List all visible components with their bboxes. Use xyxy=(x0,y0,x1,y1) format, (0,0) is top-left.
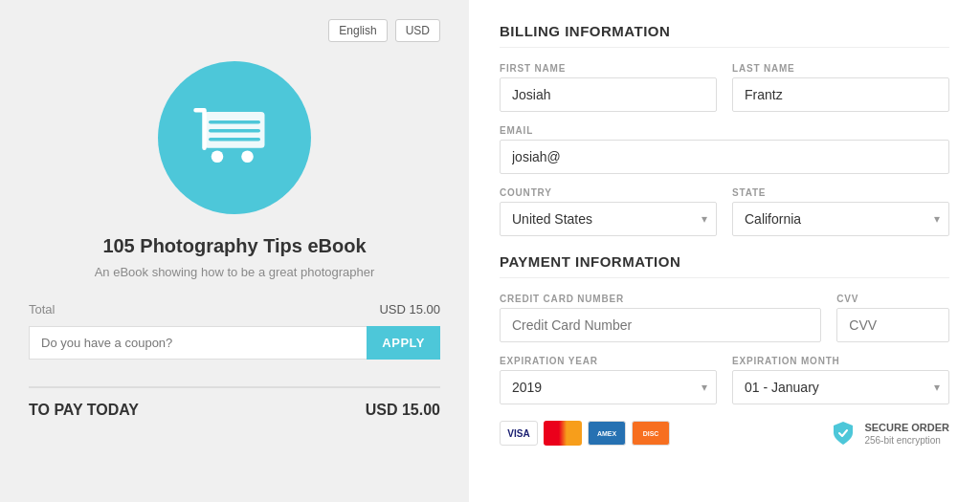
country-group: COUNTRY United States Canada United King… xyxy=(500,187,717,236)
product-title: 105 Photography Tips eBook xyxy=(102,235,366,257)
card-logos: VISA AMEX DISC xyxy=(500,421,670,446)
cc-number-group: CREDIT CARD NUMBER xyxy=(500,294,821,342)
svg-point-5 xyxy=(241,151,254,164)
first-name-group: FIRST NAME xyxy=(500,63,717,112)
secure-text-block: SECURE ORDER 256-bit encryption xyxy=(864,421,949,446)
expiry-row: EXPIRATION YEAR 2019 2020 2021 2022 EXPI… xyxy=(500,356,949,404)
state-select-wrapper: California New York Texas xyxy=(732,202,949,236)
payment-section-title: PAYMENT INFORMATION xyxy=(500,253,949,278)
country-state-row: COUNTRY United States Canada United King… xyxy=(500,187,949,236)
state-group: STATE California New York Texas xyxy=(732,187,949,236)
exp-year-group: EXPIRATION YEAR 2019 2020 2021 2022 xyxy=(500,356,717,404)
exp-month-label: EXPIRATION MONTH xyxy=(732,356,949,366)
country-select-wrapper: United States Canada United Kingdom xyxy=(500,202,717,236)
total-row: Total USD 15.00 xyxy=(29,302,440,316)
name-row: FIRST NAME LAST NAME xyxy=(500,63,949,112)
discover-logo: DISC xyxy=(632,421,670,446)
payment-section: PAYMENT INFORMATION CREDIT CARD NUMBER C… xyxy=(500,253,949,447)
last-name-label: LAST NAME xyxy=(732,63,949,74)
last-name-input[interactable] xyxy=(732,77,949,112)
total-label: Total xyxy=(29,302,55,316)
exp-year-select[interactable]: 2019 2020 2021 2022 xyxy=(500,370,717,404)
currency-button[interactable]: USD xyxy=(395,19,440,42)
cvv-group: CVV xyxy=(836,294,949,342)
cvv-label: CVV xyxy=(836,294,949,304)
coupon-row: APPLY xyxy=(29,326,440,360)
last-name-group: LAST NAME xyxy=(732,63,949,112)
apply-button[interactable]: APPLY xyxy=(367,326,440,360)
secure-order-label: SECURE ORDER xyxy=(864,421,949,435)
cart-icon xyxy=(191,95,278,181)
footer-row: VISA AMEX DISC SECURE ORDER 256-bit encr… xyxy=(500,420,949,447)
to-pay-amount: USD 15.00 xyxy=(366,402,440,419)
mastercard-logo xyxy=(544,421,582,446)
first-name-input[interactable] xyxy=(500,77,717,112)
left-panel: English USD 105 Photography Tips eBook A… xyxy=(0,0,469,502)
amex-logo: AMEX xyxy=(588,421,626,446)
language-button[interactable]: English xyxy=(328,19,387,42)
lang-currency-row: English USD xyxy=(328,19,440,42)
total-amount: USD 15.00 xyxy=(379,302,440,316)
cc-number-input[interactable] xyxy=(500,308,821,342)
right-panel: BILLING INFORMATION FIRST NAME LAST NAME… xyxy=(469,0,980,502)
cc-row: CREDIT CARD NUMBER CVV xyxy=(500,294,949,342)
email-input[interactable] xyxy=(500,140,949,174)
secure-order-sub: 256-bit encryption xyxy=(864,435,949,446)
to-pay-label: TO PAY TODAY xyxy=(29,402,139,419)
email-row: EMAIL xyxy=(500,125,949,174)
exp-month-group: EXPIRATION MONTH 01 - January 02 - Febru… xyxy=(732,356,949,404)
country-select[interactable]: United States Canada United Kingdom xyxy=(500,202,717,236)
billing-section-title: BILLING INFORMATION xyxy=(500,23,949,48)
to-pay-row: TO PAY TODAY USD 15.00 xyxy=(29,386,440,419)
email-group: EMAIL xyxy=(500,125,949,174)
svg-point-4 xyxy=(212,151,224,164)
exp-month-select[interactable]: 01 - January 02 - February 03 - March xyxy=(732,370,949,404)
first-name-label: FIRST NAME xyxy=(500,63,717,74)
secure-order: SECURE ORDER 256-bit encryption xyxy=(830,420,949,447)
product-desc: An eBook showing how to be a great photo… xyxy=(95,265,375,279)
visa-logo: VISA xyxy=(500,421,538,446)
state-select[interactable]: California New York Texas xyxy=(732,202,949,236)
cvv-input[interactable] xyxy=(836,308,949,342)
coupon-input[interactable] xyxy=(29,326,367,360)
email-label: EMAIL xyxy=(500,125,949,136)
exp-year-label: EXPIRATION YEAR xyxy=(500,356,717,366)
country-label: COUNTRY xyxy=(500,187,717,198)
state-label: STATE xyxy=(732,187,949,198)
cc-number-label: CREDIT CARD NUMBER xyxy=(500,294,821,304)
exp-month-select-wrapper: 01 - January 02 - February 03 - March xyxy=(732,370,949,404)
exp-year-select-wrapper: 2019 2020 2021 2022 xyxy=(500,370,717,404)
cart-circle xyxy=(158,61,311,214)
shield-icon xyxy=(830,420,857,447)
